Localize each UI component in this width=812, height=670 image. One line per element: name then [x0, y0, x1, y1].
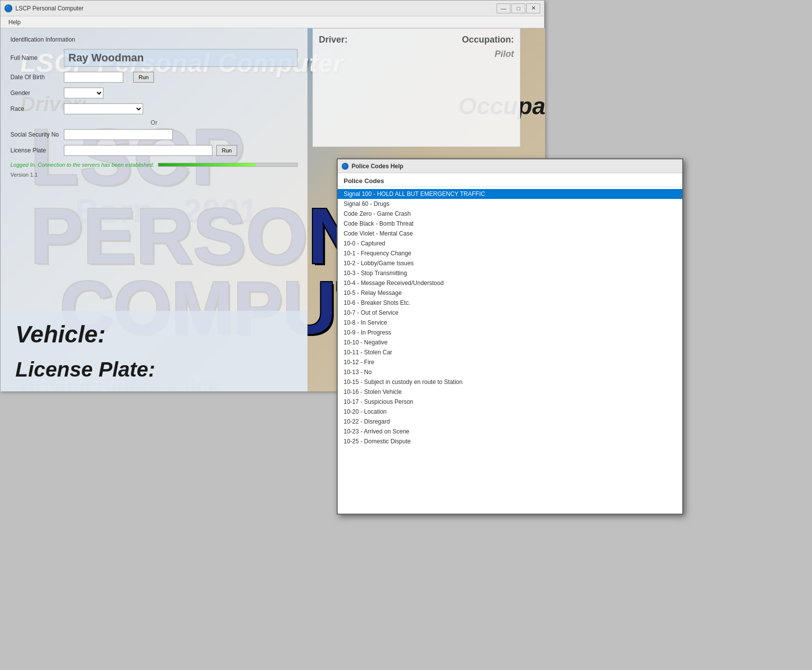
police-code-item[interactable]: Code Zero - Game Crash [338, 209, 682, 219]
police-code-item[interactable]: 10-0 - Captured [338, 239, 682, 248]
license-plate-label: License Plate [10, 147, 60, 154]
status-row: Logged In. Connection to the servers has… [10, 162, 298, 168]
version-text: Version 1.1 [10, 172, 298, 178]
progress-bar [158, 163, 298, 167]
gender-label: Gender [10, 90, 60, 96]
police-code-item[interactable]: 10-23 - Arrived on Scene [338, 427, 682, 436]
police-code-item[interactable]: 10-11 - Stolen Car [338, 347, 682, 357]
police-codes-section: Police Codes [338, 173, 682, 187]
police-code-item[interactable]: 10-5 - Relay Message [338, 288, 682, 298]
police-code-item[interactable]: 10-17 - Suspicious Person [338, 397, 682, 407]
id-driver-label: Driver: [319, 35, 348, 45]
or-label: Or [10, 119, 298, 126]
police-code-item[interactable]: 10-3 - Stop Transmitting [338, 268, 682, 278]
full-name-label: Full Name [10, 54, 60, 61]
license-plate-row: License Plate Run [10, 145, 298, 156]
license-plate-input[interactable] [64, 145, 212, 156]
section-title: Identification Information [10, 36, 298, 43]
run-button-1[interactable]: Run [133, 72, 154, 83]
police-codes-list[interactable]: Signal 100 - HOLD ALL BUT EMERGENCY TRAF… [338, 187, 682, 510]
police-code-item[interactable]: 10-1 - Frequency Change [338, 248, 682, 258]
police-code-item[interactable]: 10-8 - In Service [338, 318, 682, 328]
police-code-item[interactable]: 10-12 - Fire [338, 357, 682, 367]
dob-row: Date Of Birth Run [10, 72, 298, 83]
title-bar-left: 🔵 LSCP Personal Computer [4, 4, 84, 12]
police-code-item[interactable]: Signal 100 - HOLD ALL BUT EMERGENCY TRAF… [338, 189, 682, 199]
race-row: Race White Black Hispanic Asian [10, 103, 298, 114]
ssn-row: Social Security No [10, 129, 298, 140]
police-code-item[interactable]: 10-7 - Out of Service [338, 308, 682, 318]
police-code-item[interactable]: 10-9 - In Progress [338, 328, 682, 337]
dob-label: Date Of Birth [10, 74, 60, 81]
run-button-2[interactable]: Run [216, 145, 237, 156]
police-codes-icon: 🔵 [342, 163, 349, 170]
police-code-item[interactable]: 10-25 - Domestic Dispute [338, 436, 682, 446]
title-bar-buttons: — □ ✕ [497, 3, 540, 13]
status-text: Logged In. Connection to the servers has… [10, 162, 154, 168]
maximize-button[interactable]: □ [511, 3, 525, 13]
ssn-label: Social Security No [10, 131, 60, 138]
race-select[interactable]: White Black Hispanic Asian [64, 103, 143, 114]
police-code-item[interactable]: 10-13 - No [338, 367, 682, 377]
dob-input[interactable] [64, 72, 123, 83]
gender-row: Gender Male Female [10, 88, 298, 98]
app-icon: 🔵 [4, 4, 12, 12]
police-codes-titlebar: 🔵 Police Codes Help [338, 159, 682, 173]
gender-select[interactable]: Male Female [64, 88, 103, 98]
race-label: Race [10, 105, 60, 112]
police-code-item[interactable]: Code Black - Bomb Threat [338, 219, 682, 229]
police-codes-title: Police Codes Help [352, 163, 404, 170]
full-name-input[interactable] [64, 49, 298, 67]
police-code-item[interactable]: 10-15 - Subject in custody en route to S… [338, 377, 682, 387]
id-display-row: Driver: Occupation: [319, 35, 514, 45]
lower-section: Vehicle: License Plate: [0, 311, 307, 391]
police-code-item[interactable]: 10-4 - Message Received/Understood [338, 278, 682, 288]
close-button[interactable]: ✕ [526, 3, 540, 13]
full-name-row: Full Name [10, 49, 298, 67]
menu-bar: Help [0, 16, 544, 28]
police-code-item[interactable]: Signal 60 - Drugs [338, 199, 682, 209]
police-code-item[interactable]: 10-2 - Lobby/Game Issues [338, 258, 682, 268]
police-codes-window: 🔵 Police Codes Help Police Codes Signal … [337, 158, 683, 515]
id-value-row: Pilot [319, 49, 514, 59]
police-code-item[interactable]: 10-22 - Disregard [338, 417, 682, 427]
window-title: LSCP Personal Computer [15, 5, 84, 12]
police-code-item[interactable]: 10-16 - Stolen Vehicle [338, 387, 682, 397]
id-pilot-value: Pilot [495, 49, 514, 59]
menu-help[interactable]: Help [4, 18, 25, 27]
right-panel: Driver: Occupation: Pilot [312, 28, 520, 147]
police-code-item[interactable]: 10-20 - Location [338, 407, 682, 417]
police-code-item[interactable]: 10-10 - Negative [338, 337, 682, 347]
ssn-input[interactable] [64, 129, 173, 140]
title-bar: 🔵 LSCP Personal Computer — □ ✕ [0, 0, 544, 16]
minimize-button[interactable]: — [497, 3, 510, 13]
police-code-item[interactable]: Code Violet - Mental Case [338, 229, 682, 239]
vehicle-label: Vehicle: [15, 321, 293, 348]
progress-bar-fill [158, 163, 255, 166]
id-occupation-label: Occupation: [462, 35, 514, 45]
lower-license-plate-label: License Plate: [15, 358, 293, 382]
police-code-item[interactable]: 10-6 - Breaker Shots Etc. [338, 298, 682, 308]
id-section: Identification Information Full Name Dat… [0, 28, 307, 186]
form-panel: Identification Information Full Name Dat… [0, 28, 307, 391]
